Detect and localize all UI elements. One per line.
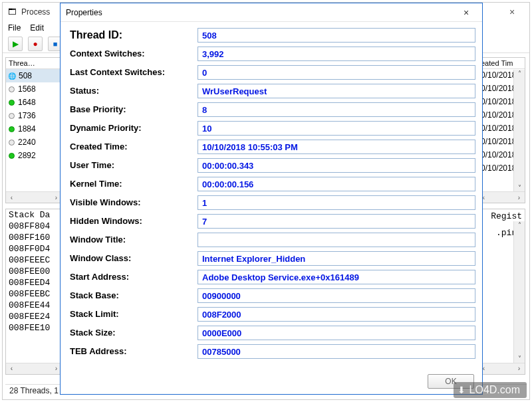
prop-label: Created Time: [70,142,192,151]
prop-value[interactable]: 0000E000 [198,326,475,340]
scroll-up-icon[interactable]: ˄ [518,221,521,229]
prop-label: Thread ID: [70,29,192,41]
stack-row[interactable]: 008FEE44 [6,300,62,311]
thread-col-header: Threa… [9,59,59,67]
prop-label: Dynamic Priority: [70,123,192,133]
prop-value[interactable] [198,233,475,247]
thread-row[interactable]: 2240 [6,136,62,149]
detail-hscroll[interactable]: ‹› [478,363,525,374]
thread-row[interactable]: 2892 [6,149,62,162]
prop-row-thread-id: Thread ID:508 [70,26,475,44]
prop-value[interactable]: WrUserRequest [198,84,475,98]
menu-edit[interactable]: Edit [30,23,44,33]
stack-row[interactable]: 008FF160 [6,232,62,243]
prop-row-kernel-time: Kernel Time:00:00:00.156 [70,175,475,193]
thread-row[interactable]: 1736 [6,109,62,122]
prop-value[interactable]: 00900000 [198,288,475,303]
prop-label: User Time: [70,160,192,170]
date-hscroll[interactable]: ‹› [478,191,525,203]
thread-row[interactable]: 1648 [6,96,62,109]
menu-file[interactable]: File [8,23,21,33]
prop-value[interactable]: Adobe Desktop Service.exe+0x161489 [198,270,475,284]
stack-row[interactable]: 008FEED4 [6,277,62,288]
detail-vscroll[interactable]: ˄˅ [513,221,525,363]
prop-row-last-context-switches: Last Context Switches:0 [70,63,475,81]
stack-pane[interactable]: Stack Da 008FF804 008FF160 008FF0D4 008F… [5,209,63,375]
prop-value[interactable]: 10 [198,121,475,136]
scroll-left-icon[interactable]: ‹ [6,365,17,373]
stack-row[interactable]: 008FEE24 [6,311,62,322]
stack-row[interactable]: 008FF0D4 [6,243,62,254]
watermark-text: LO4D.com [469,384,520,396]
prop-row-stack-base: Stack Base:00900000 [70,286,475,304]
download-icon: ⬇ [458,385,466,395]
prop-value[interactable]: Internet Explorer_Hidden [198,251,475,266]
stack-header: Stack Da [6,209,62,221]
date-list[interactable]: eated Tim 0/10/2018 0/10/2018 0/10/2018 … [477,57,525,203]
thread-rows: 🌐508 1568 1648 1736 1884 2240 2892 [6,69,62,162]
prop-label: Window Class: [70,253,192,263]
app-icon: 🗔 [7,7,17,17]
dialog-close-button[interactable]: × [456,7,477,18]
scroll-left-icon[interactable]: ‹ [6,194,17,201]
prop-row-start-address: Start Address:Adobe Desktop Service.exe+… [70,268,475,286]
prop-value[interactable]: 3,992 [198,47,475,61]
prop-value[interactable]: 508 [198,28,475,43]
status-dot-icon [9,113,15,119]
prop-value[interactable]: 00785000 [198,344,475,359]
stack-hscroll[interactable]: ‹› [6,363,62,374]
record-button[interactable]: ● [28,37,43,51]
stack-row[interactable]: 008FEEEC [6,254,62,266]
prop-value[interactable]: 00:00:00.343 [198,158,475,173]
stop-icon: ■ [53,40,58,48]
thread-id: 1568 [18,84,36,94]
scroll-right-icon[interactable]: › [513,365,525,373]
date-col-header: eated Tim [481,59,522,67]
stack-row[interactable]: 008FEE10 [6,322,62,334]
prop-row-stack-size: Stack Size:0000E000 [70,324,475,342]
date-list-header[interactable]: eated Tim [478,58,525,69]
thread-id: 1648 [18,98,36,107]
thread-hscroll[interactable]: ‹› [6,191,62,203]
scroll-up-icon[interactable]: ˄ [518,70,521,77]
status-dot-icon [9,86,15,92]
prop-row-stack-limit: Stack Limit:008F2000 [70,305,475,323]
prop-label: Context Switches: [70,49,192,58]
prop-value[interactable]: 7 [198,214,475,229]
scroll-down-icon[interactable]: ˅ [518,355,521,363]
thread-id: 2240 [18,138,36,147]
prop-label: Start Address: [70,272,192,282]
dialog-titlebar[interactable]: Properties × [61,3,482,22]
prop-row-status: Status:WrUserRequest [70,82,475,100]
stack-row[interactable]: 008FEE00 [6,266,62,277]
status-dot-icon [9,140,15,146]
thread-list-header[interactable]: Threa… [6,58,62,69]
detail-row: Regist [478,211,525,222]
main-close-button[interactable]: × [499,4,525,20]
scroll-down-icon[interactable]: ˅ [518,184,521,191]
prop-value[interactable]: 10/10/2018 10:55:03 PM [198,140,475,154]
prop-label: Hidden Windows: [70,216,192,226]
prop-label: TEB Address: [70,346,192,356]
prop-label: Status: [70,86,192,96]
prop-value[interactable]: 8 [198,102,475,117]
scroll-right-icon[interactable]: › [513,194,525,201]
thread-row[interactable]: 1568 [6,82,62,96]
prop-row-window-class: Window Class:Internet Explorer_Hidden [70,249,475,267]
prop-value[interactable]: 008F2000 [198,307,475,322]
stack-row[interactable]: 008FEEBC [6,288,62,300]
prop-value[interactable]: 0 [198,65,475,80]
date-vscroll[interactable]: ˄˅ [513,70,525,191]
prop-row-visible-windows: Visible Windows:1 [70,193,475,211]
thread-list[interactable]: Threa… 🌐508 1568 1648 1736 1884 2240 289… [5,57,63,203]
prop-row-window-title: Window Title: [70,231,475,249]
play-button[interactable]: ▶ [8,37,23,51]
prop-row-context-switches: Context Switches:3,992 [70,45,475,62]
stack-row[interactable]: 008FF804 [6,221,62,232]
thread-row[interactable]: 1884 [6,122,62,136]
prop-value[interactable]: 00:00:00.156 [198,177,475,191]
thread-row[interactable]: 🌐508 [6,69,62,82]
prop-value[interactable]: 1 [198,195,475,210]
prop-label: Visible Windows: [70,197,192,207]
detail-pane[interactable]: Regist .ping ˄˅ ‹› [477,209,525,375]
